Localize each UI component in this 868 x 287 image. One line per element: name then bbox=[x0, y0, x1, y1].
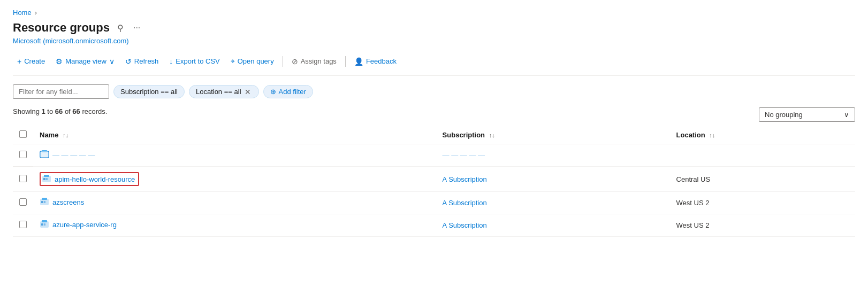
azscreens-link[interactable]: azscreens bbox=[52, 198, 84, 206]
pin-button[interactable]: ⚲ bbox=[115, 22, 126, 34]
tag-icon: ⊘ bbox=[292, 57, 298, 66]
refresh-button[interactable]: ↺ Refresh bbox=[121, 54, 163, 69]
resource-group-icon-apim bbox=[42, 174, 51, 184]
azure-app-link[interactable]: azure-app-service-rg bbox=[52, 221, 117, 229]
table-row-partial: — — — — — — — — — — bbox=[13, 144, 855, 167]
add-filter-icon: ⊕ bbox=[270, 88, 276, 96]
partial-row-subscription: — — — — — bbox=[436, 144, 670, 167]
column-header-location[interactable]: Location ↑↓ bbox=[670, 126, 855, 144]
row-location-azure-app: West US 2 bbox=[670, 214, 855, 237]
query-icon: ⌖ bbox=[231, 57, 235, 66]
svg-rect-13 bbox=[41, 223, 43, 226]
svg-rect-9 bbox=[41, 201, 43, 203]
row-name-apim: apim-hello-world-resource bbox=[33, 167, 436, 192]
svg-rect-2 bbox=[40, 151, 49, 158]
row-subscription-apim[interactable]: A Subscription bbox=[436, 167, 670, 192]
row-checkbox-partial[interactable] bbox=[19, 151, 27, 158]
column-header-name[interactable]: Name ↑↓ bbox=[33, 126, 436, 144]
svg-rect-5 bbox=[43, 178, 45, 180]
breadcrumb-home[interactable]: Home bbox=[13, 9, 32, 17]
refresh-icon: ↺ bbox=[125, 57, 132, 66]
column-header-subscription[interactable]: Subscription ↑↓ bbox=[436, 126, 670, 144]
grouping-label: No grouping bbox=[765, 111, 803, 119]
select-all-checkbox[interactable] bbox=[19, 130, 27, 138]
svg-rect-10 bbox=[44, 201, 45, 203]
open-query-label: Open query bbox=[238, 57, 274, 65]
row-checkbox-apim[interactable] bbox=[19, 175, 27, 182]
more-options-button[interactable]: ··· bbox=[131, 22, 142, 34]
export-csv-button[interactable]: ↓ Export to CSV bbox=[165, 54, 224, 69]
partial-row-name[interactable]: — — — — — bbox=[33, 144, 436, 167]
feedback-button[interactable]: 👤 Feedback bbox=[350, 54, 401, 69]
create-label: Create bbox=[24, 57, 45, 65]
filter-input[interactable] bbox=[13, 84, 109, 99]
row-checkbox-azure-app[interactable] bbox=[19, 221, 27, 228]
svg-rect-14 bbox=[44, 223, 45, 226]
add-filter-label: Add filter bbox=[279, 88, 306, 96]
subscription-filter-pill[interactable]: Subscription == all bbox=[113, 85, 185, 98]
assign-tags-label: Assign tags bbox=[301, 57, 337, 65]
breadcrumb-separator: › bbox=[35, 9, 37, 17]
location-filter-close-button[interactable]: ✕ bbox=[243, 88, 252, 96]
subscription-link-azscreens[interactable]: A Subscription bbox=[443, 199, 487, 207]
filter-row: Subscription == all Location == all ✕ ⊕ … bbox=[13, 84, 855, 99]
export-icon: ↓ bbox=[169, 57, 173, 66]
records-info: Showing 1 to 66 of 66 records. bbox=[13, 107, 107, 115]
export-csv-label: Export to CSV bbox=[176, 57, 219, 65]
subscription-link-apim[interactable]: A Subscription bbox=[443, 175, 487, 183]
location-filter-pill[interactable]: Location == all ✕ bbox=[189, 85, 259, 98]
apim-link[interactable]: apim-hello-world-resource bbox=[55, 175, 135, 183]
select-all-header[interactable] bbox=[13, 126, 33, 144]
add-filter-button[interactable]: ⊕ Add filter bbox=[263, 85, 313, 98]
grouping-chevron-icon: ∨ bbox=[844, 111, 849, 119]
page-title: Resource groups bbox=[13, 21, 110, 35]
resource-groups-table: Name ↑↓ Subscription ↑↓ Location ↑↓ bbox=[13, 126, 855, 237]
assign-tags-button[interactable]: ⊘ Assign tags bbox=[287, 54, 341, 69]
svg-rect-6 bbox=[46, 178, 48, 180]
plus-icon: + bbox=[17, 57, 21, 66]
chevron-down-icon: ∨ bbox=[109, 57, 115, 66]
subtitle: Microsoft (microsoft.onmicrosoft.com) bbox=[13, 37, 855, 45]
grouping-dropdown[interactable]: No grouping ∨ bbox=[759, 107, 855, 122]
create-button[interactable]: + Create bbox=[13, 54, 49, 69]
svg-rect-8 bbox=[42, 198, 47, 200]
row-subscription-azscreens[interactable]: A Subscription bbox=[436, 192, 670, 214]
row-name-azscreens: azscreens bbox=[33, 192, 436, 214]
row-checkbox-azscreens[interactable] bbox=[19, 198, 27, 206]
toolbar-separator-1 bbox=[283, 56, 283, 67]
subscription-sort-icon: ↑↓ bbox=[489, 132, 495, 138]
row-subscription-azure-app[interactable]: A Subscription bbox=[436, 214, 670, 237]
row-location-apim: Central US bbox=[670, 167, 855, 192]
manage-view-label: Manage view bbox=[65, 57, 106, 65]
table-row: apim-hello-world-resource A Subscription… bbox=[13, 167, 855, 192]
open-query-button[interactable]: ⌖ Open query bbox=[226, 53, 278, 69]
feedback-label: Feedback bbox=[366, 57, 397, 65]
refresh-label: Refresh bbox=[134, 57, 159, 65]
svg-rect-12 bbox=[42, 220, 47, 222]
gear-icon: ⚙ bbox=[56, 57, 63, 66]
table-row: azure-app-service-rg A Subscription West… bbox=[13, 214, 855, 237]
page-header: Resource groups ⚲ ··· bbox=[13, 21, 855, 35]
subscription-link-azure-app[interactable]: A Subscription bbox=[443, 221, 487, 229]
location-sort-icon: ↑↓ bbox=[709, 132, 715, 138]
table-row: azscreens A Subscription West US 2 bbox=[13, 192, 855, 214]
name-sort-icon: ↑↓ bbox=[63, 132, 68, 138]
location-filter-label: Location == all bbox=[196, 88, 241, 96]
subscription-filter-label: Subscription == all bbox=[120, 88, 178, 96]
partial-row-location bbox=[670, 144, 855, 167]
breadcrumb: Home › bbox=[13, 9, 855, 17]
toolbar-separator-2 bbox=[345, 56, 346, 67]
resource-group-icon-azure-app bbox=[40, 220, 49, 229]
toolbar: + Create ⚙ Manage view ∨ ↺ Refresh ↓ Exp… bbox=[13, 53, 855, 76]
row-name-azure-app: azure-app-service-rg bbox=[33, 214, 436, 237]
highlighted-name-cell: apim-hello-world-resource bbox=[40, 172, 139, 186]
row-location-azscreens: West US 2 bbox=[670, 192, 855, 214]
resource-group-icon-azscreens bbox=[40, 197, 49, 207]
svg-rect-4 bbox=[44, 175, 49, 177]
manage-view-button[interactable]: ⚙ Manage view ∨ bbox=[51, 54, 119, 69]
feedback-icon: 👤 bbox=[354, 57, 363, 66]
resource-group-icon bbox=[40, 150, 49, 159]
